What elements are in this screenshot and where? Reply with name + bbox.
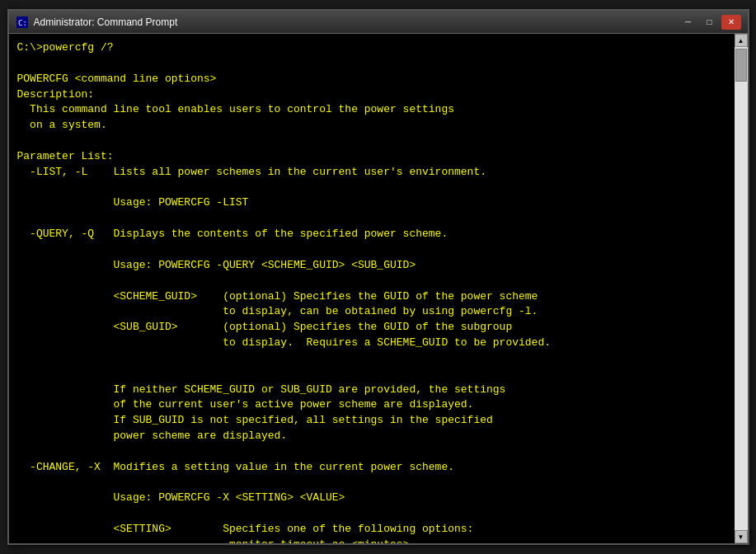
maximize-button[interactable]: □ <box>700 15 720 30</box>
scroll-down-button[interactable]: ▼ <box>735 530 748 543</box>
window-controls: ─ □ ✕ <box>679 15 741 30</box>
close-button[interactable]: ✕ <box>721 15 741 30</box>
minimize-button[interactable]: ─ <box>679 15 698 30</box>
scrollbar[interactable]: ▲ ▼ <box>735 34 748 543</box>
titlebar: C: Administrator: Command Prompt ─ □ ✕ <box>9 11 748 34</box>
window-title: Administrator: Command Prompt <box>34 16 679 28</box>
console-output[interactable]: C:\>powercfg /? POWERCFG <command line o… <box>9 34 735 543</box>
scrollbar-thumb[interactable] <box>735 49 747 82</box>
console-area: C:\>powercfg /? POWERCFG <command line o… <box>9 34 748 543</box>
scroll-up-button[interactable]: ▲ <box>735 34 748 47</box>
scrollbar-track[interactable] <box>735 47 748 530</box>
cmd-icon: C: <box>16 16 29 29</box>
cmd-window: C: Administrator: Command Prompt ─ □ ✕ C… <box>7 9 749 545</box>
svg-text:C:: C: <box>18 19 27 27</box>
